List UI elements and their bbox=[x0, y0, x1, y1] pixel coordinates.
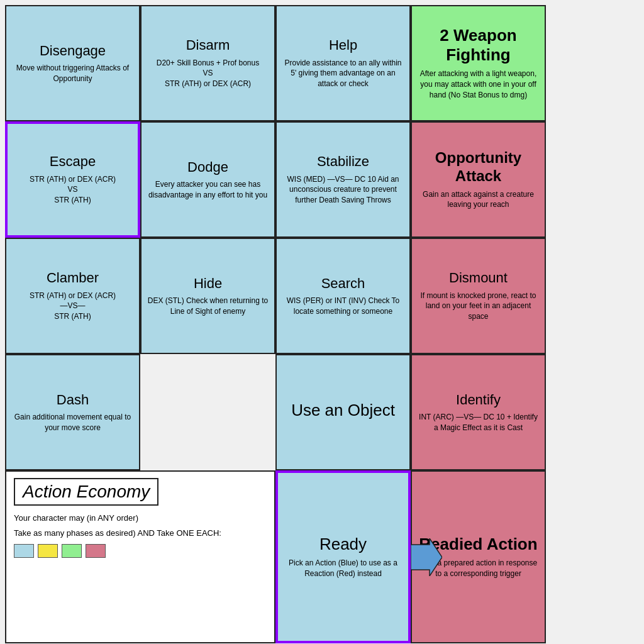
two-weapon-card: 2 Weapon Fighting After attacking with a… bbox=[411, 5, 546, 121]
two-weapon-body: After attacking with a light weapon, you… bbox=[417, 69, 540, 100]
dismount-body: If mount is knocked prone, react to land… bbox=[417, 291, 540, 322]
help-body: Provide assistance to an ally within 5' … bbox=[282, 58, 404, 89]
disengage-card: Disengage Move without triggering Attack… bbox=[5, 5, 140, 121]
dash-card: Dash Gain additional movement equal to y… bbox=[5, 354, 140, 470]
disarm-body: D20+ Skill Bonus + Prof bonus VS STR (AT… bbox=[157, 58, 259, 89]
empty-cell-row4-col2 bbox=[140, 354, 275, 470]
ready-card: Ready Pick an Action (Blue) to use as a … bbox=[275, 470, 411, 643]
right-arrow-icon bbox=[411, 538, 442, 576]
ready-title: Ready bbox=[319, 535, 367, 554]
use-object-card: Use an Object bbox=[275, 354, 411, 470]
two-weapon-title: 2 Weapon Fighting bbox=[417, 26, 540, 65]
dash-body: Gain additional movement equal to your m… bbox=[11, 412, 134, 433]
dismount-title: Dismount bbox=[449, 270, 508, 286]
escape-card: Escape STR (ATH) or DEX (ACR) VS STR (AT… bbox=[5, 121, 140, 238]
disarm-card: Disarm D20+ Skill Bonus + Prof bonus VS … bbox=[140, 5, 275, 121]
disengage-body: Move without triggering Attacks of Oppor… bbox=[11, 63, 134, 84]
identify-title: Identify bbox=[456, 392, 501, 408]
opportunity-attack-title: Opportunity Attack bbox=[417, 149, 540, 186]
clamber-card: Clamber STR (ATH) or DEX (ACR) —VS— STR … bbox=[5, 238, 140, 354]
color-pink bbox=[86, 544, 106, 558]
hide-card: Hide DEX (STL) Check when returning to L… bbox=[140, 238, 275, 354]
action-economy-body: Take as many phases as desired) AND Take… bbox=[14, 527, 267, 540]
clamber-body: STR (ATH) or DEX (ACR) —VS— STR (ATH) bbox=[30, 291, 116, 322]
help-card: Help Provide assistance to an ally withi… bbox=[275, 5, 411, 121]
main-grid: Disengage Move without triggering Attack… bbox=[0, 0, 644, 644]
dismount-card: Dismount If mount is knocked prone, reac… bbox=[411, 238, 546, 354]
action-economy-section: Action Economy Your character may (in AN… bbox=[5, 470, 275, 643]
color-green bbox=[62, 544, 82, 558]
color-blue bbox=[14, 544, 34, 558]
disarm-title: Disarm bbox=[186, 37, 230, 53]
color-squares bbox=[14, 544, 267, 558]
dodge-card: Dodge Every attacker you can see has dis… bbox=[140, 121, 275, 238]
search-title: Search bbox=[321, 275, 365, 292]
disengage-title: Disengage bbox=[40, 43, 106, 59]
identify-card: Identify INT (ARC) —VS— DC 10 + Identify… bbox=[411, 354, 546, 470]
clamber-title: Clamber bbox=[47, 270, 99, 286]
ready-body: Pick an Action (Blue) to use as a Reacti… bbox=[284, 558, 402, 579]
help-title: Help bbox=[329, 37, 357, 53]
svg-marker-0 bbox=[411, 538, 442, 576]
hide-title: Hide bbox=[194, 275, 222, 292]
escape-body: STR (ATH) or DEX (ACR) VS STR (ATH) bbox=[30, 174, 116, 206]
stabilize-card: Stabilize WIS (MED) —VS— DC 10 Aid an un… bbox=[275, 121, 411, 238]
hide-body: DEX (STL) Check when returning to Line o… bbox=[147, 296, 269, 317]
search-body: WIS (PER) or INT (INV) Check To locate s… bbox=[282, 296, 404, 317]
dash-title: Dash bbox=[57, 392, 89, 408]
action-economy-subtitle: Your character may (in ANY order) bbox=[14, 512, 267, 525]
identify-body: INT (ARC) —VS— DC 10 + Identify a Magic … bbox=[417, 412, 540, 433]
search-card: Search WIS (PER) or INT (INV) Check To l… bbox=[275, 238, 411, 354]
opportunity-attack-card: Opportunity Attack Gain an attack agains… bbox=[411, 121, 546, 238]
opportunity-attack-body: Gain an attack against a creature leavin… bbox=[417, 189, 540, 211]
action-economy-title: Action Economy bbox=[14, 478, 158, 506]
escape-title: Escape bbox=[50, 153, 96, 170]
dodge-title: Dodge bbox=[187, 159, 228, 175]
use-object-title: Use an Object bbox=[291, 401, 395, 420]
stabilize-title: Stabilize bbox=[317, 153, 369, 170]
stabilize-body: WIS (MED) —VS— DC 10 Aid an unconscious … bbox=[282, 174, 404, 206]
color-yellow bbox=[38, 544, 58, 558]
dodge-body: Every attacker you can see has disadvant… bbox=[147, 179, 269, 201]
